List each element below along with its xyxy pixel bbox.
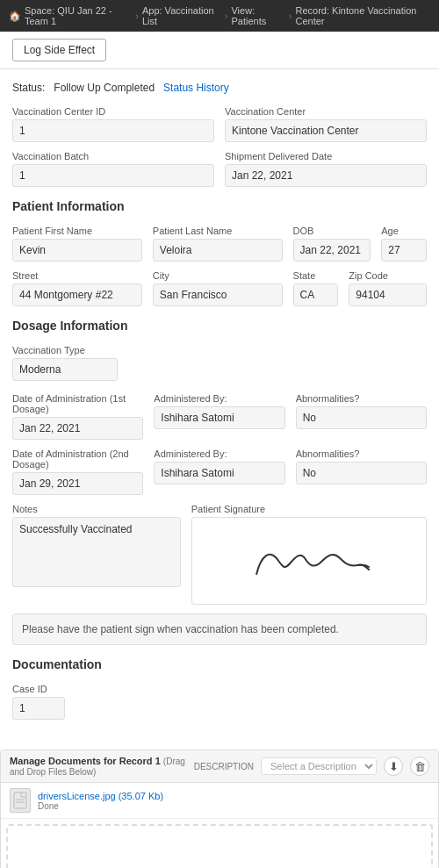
dose1-admin-group: Administered By: Ishihara Satomi	[154, 393, 284, 440]
dose1-date-group: Date of Administration (1st Dosage) Jan …	[12, 393, 143, 440]
first-name-value: Kevin	[12, 239, 142, 262]
case-id-value: 1	[12, 697, 65, 720]
street-label: Street	[12, 270, 142, 281]
dose2-abnormal-value: No	[296, 462, 427, 484]
first-name-label: Patient First Name	[12, 226, 142, 236]
breadcrumb-bar: 🏠 Space: QIU Jan 22 - Team 1 › App: Vacc…	[0, 0, 439, 32]
dose1-admin-label: Administered By:	[154, 393, 284, 404]
sig-label: Patient Signature	[191, 504, 427, 514]
state-group: State CA	[293, 270, 339, 306]
signature-area: Patient Signature	[191, 504, 427, 605]
shipment-value: Jan 22, 2021	[225, 164, 427, 187]
docs-drop-area[interactable]	[6, 824, 433, 868]
address-row: Street 44 Montgomery #22 City San Franci…	[12, 270, 427, 306]
signature-box	[191, 517, 427, 605]
zip-label: Zip Code	[349, 270, 427, 281]
dose1-date-value: Jan 22, 2021	[12, 417, 143, 440]
age-group: Age 27	[381, 226, 427, 262]
case-id-label: Case ID	[12, 684, 427, 694]
status-label: Status:	[12, 82, 45, 94]
dose2-abnormal-label: Abnormalities?	[296, 448, 427, 459]
dose2-admin-label: Administered By:	[154, 448, 284, 459]
last-name-group: Patient Last Name Veloira	[153, 226, 283, 262]
notes-area: Notes Successfully Vaccinated	[12, 504, 181, 605]
breadcrumb-view: View: Patients	[231, 5, 284, 26]
file-row: driversLicense.jpg (35.07 Kb) Done	[1, 783, 438, 819]
status-row: Status: Follow Up Completed Status Histo…	[12, 82, 427, 94]
breadcrumb-record: Record: Kintone Vaccination Center	[295, 5, 430, 26]
documentation-heading: Documentation	[12, 657, 427, 675]
dose2-admin-group: Administered By: Ishihara Satomi	[154, 448, 284, 495]
patient-name-row: Patient First Name Kevin Patient Last Na…	[12, 226, 427, 262]
dose2-abnormal-group: Abnormalities? No	[296, 448, 427, 495]
svg-rect-0	[14, 793, 26, 808]
sign-message: Please have the patient sign when vaccin…	[12, 613, 427, 645]
dose2-row: Date of Administration (2nd Dosage) Jan …	[12, 448, 427, 495]
street-value: 44 Montgomery #22	[12, 283, 142, 306]
vax-center-label: Vaccination Center	[225, 106, 427, 117]
home-icon: 🏠	[9, 11, 21, 22]
city-value: San Francisco	[153, 283, 283, 306]
main-content: Status: Follow Up Completed Status Histo…	[0, 69, 439, 750]
log-side-effect-button[interactable]: Log Side Effect	[12, 39, 106, 61]
file-svg-icon	[13, 792, 27, 809]
zip-value: 94104	[349, 283, 427, 306]
vax-center-group: Vaccination Center Kintone Vaccination C…	[225, 106, 427, 142]
city-label: City	[153, 270, 283, 281]
dose2-admin-value: Ishihara Satomi	[154, 462, 284, 484]
shipment-label: Shipment Delivered Date	[225, 151, 427, 161]
dose1-row: Date of Administration (1st Dosage) Jan …	[12, 393, 427, 440]
breadcrumb-sep3: ›	[289, 11, 292, 21]
vax-center-value: Kintone Vaccination Center	[225, 119, 427, 142]
last-name-value: Veloira	[153, 239, 283, 262]
manage-docs-header: Manage Documents for Record 1 (Drag and …	[1, 750, 438, 783]
notes-label: Notes	[12, 504, 181, 514]
description-select[interactable]: Select a Description	[261, 757, 377, 775]
signature-svg	[192, 521, 426, 600]
vax-center-id-group: Vaccination Center ID 1	[12, 106, 214, 142]
shipment-group: Shipment Delivered Date Jan 22, 2021	[225, 151, 427, 187]
header-bar: Log Side Effect	[0, 32, 439, 69]
status-history-link[interactable]: Status History	[163, 82, 229, 94]
batch-row: Vaccination Batch 1 Shipment Delivered D…	[12, 151, 427, 187]
age-value: 27	[381, 239, 427, 262]
notes-sig-row: Notes Successfully Vaccinated Patient Si…	[12, 504, 427, 605]
dob-value: Jan 22, 2021	[293, 239, 371, 262]
state-value: CA	[293, 283, 339, 306]
batch-value: 1	[12, 164, 214, 187]
age-label: Age	[381, 226, 427, 236]
breadcrumb-sep1: ›	[135, 11, 139, 21]
dob-label: DOB	[293, 226, 371, 236]
status-value: Follow Up Completed	[54, 82, 155, 94]
dose1-abnormal-label: Abnormalities?	[296, 393, 427, 404]
description-column-label: DESCRIPTION	[194, 762, 254, 771]
first-name-group: Patient First Name Kevin	[12, 226, 142, 262]
dose1-date-label: Date of Administration (1st Dosage)	[12, 393, 143, 414]
notes-value: Successfully Vaccinated	[12, 517, 181, 587]
file-name[interactable]: driversLicense.jpg (35.07 Kb)	[38, 791, 429, 801]
vax-center-row: Vaccination Center ID 1 Vaccination Cent…	[12, 106, 427, 142]
patient-section-heading: Patient Information	[12, 199, 427, 217]
delete-icon-btn[interactable]: 🗑	[410, 757, 429, 776]
zip-group: Zip Code 94104	[349, 270, 427, 306]
batch-label: Vaccination Batch	[12, 151, 214, 161]
case-id-section: Case ID 1	[12, 684, 427, 720]
manage-docs-section: Manage Documents for Record 1 (Drag and …	[0, 750, 439, 868]
dob-group: DOB Jan 22, 2021	[293, 226, 371, 262]
dose1-abnormal-group: Abnormalities? No	[296, 393, 427, 440]
state-label: State	[293, 270, 339, 281]
vax-center-id-value: 1	[12, 119, 214, 142]
file-icon	[10, 788, 31, 813]
dose1-admin-value: Ishihara Satomi	[154, 406, 284, 429]
vax-type-value: Moderna	[12, 358, 118, 381]
download-icon-btn[interactable]: ⬇	[384, 757, 403, 776]
breadcrumb-space: Space: QIU Jan 22 - Team 1	[25, 5, 132, 26]
breadcrumb-app: App: Vaccination List	[142, 5, 221, 26]
dose2-date-label: Date of Administration (2nd Dosage)	[12, 448, 143, 470]
breadcrumb-sep2: ›	[225, 11, 228, 21]
file-info: driversLicense.jpg (35.07 Kb) Done	[38, 791, 429, 811]
batch-group: Vaccination Batch 1	[12, 151, 214, 187]
city-group: City San Francisco	[153, 270, 283, 306]
dose2-date-value: Jan 29, 2021	[12, 472, 143, 495]
vax-type-label: Vaccination Type	[12, 345, 427, 355]
